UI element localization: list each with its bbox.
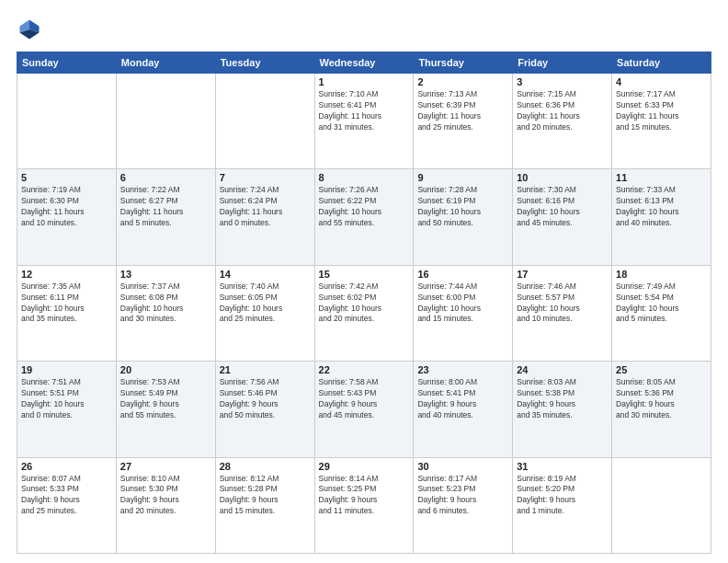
weekday-header: Sunday [17, 52, 117, 74]
day-info: Sunrise: 7:42 AMSunset: 6:02 PMDaylight:… [319, 282, 410, 326]
calendar-cell: 20Sunrise: 7:53 AMSunset: 5:49 PMDayligh… [116, 362, 215, 457]
day-info: Sunrise: 7:35 AMSunset: 6:11 PMDaylight:… [21, 282, 112, 326]
day-info: Sunrise: 8:07 AMSunset: 5:33 PMDaylight:… [21, 474, 112, 518]
calendar-cell: 17Sunrise: 7:46 AMSunset: 5:57 PMDayligh… [513, 265, 612, 361]
calendar-cell: 18Sunrise: 7:49 AMSunset: 5:54 PMDayligh… [612, 265, 711, 361]
day-info: Sunrise: 8:05 AMSunset: 5:36 PMDaylight:… [616, 377, 707, 421]
calendar-cell: 15Sunrise: 7:42 AMSunset: 6:02 PMDayligh… [314, 265, 414, 361]
calendar-cell: 10Sunrise: 7:30 AMSunset: 6:16 PMDayligh… [513, 169, 612, 265]
day-info: Sunrise: 8:14 AMSunset: 5:25 PMDaylight:… [319, 474, 410, 518]
calendar-cell: 8Sunrise: 7:26 AMSunset: 6:22 PMDaylight… [314, 169, 414, 265]
calendar-cell: 28Sunrise: 8:12 AMSunset: 5:28 PMDayligh… [215, 457, 314, 553]
calendar-week-row: 19Sunrise: 7:51 AMSunset: 5:51 PMDayligh… [17, 362, 711, 457]
calendar-cell: 3Sunrise: 7:15 AMSunset: 6:36 PMDaylight… [513, 74, 612, 169]
day-number: 7 [220, 172, 311, 183]
day-info: Sunrise: 7:49 AMSunset: 5:54 PMDaylight:… [616, 282, 707, 326]
calendar-cell: 24Sunrise: 8:03 AMSunset: 5:38 PMDayligh… [513, 362, 612, 457]
day-info: Sunrise: 7:33 AMSunset: 6:13 PMDaylight:… [616, 185, 707, 229]
day-info: Sunrise: 8:10 AMSunset: 5:30 PMDaylight:… [120, 474, 211, 518]
calendar-cell: 6Sunrise: 7:22 AMSunset: 6:27 PMDaylight… [116, 169, 215, 265]
day-number: 6 [120, 172, 211, 183]
calendar-cell: 29Sunrise: 8:14 AMSunset: 5:25 PMDayligh… [314, 457, 414, 553]
day-number: 31 [517, 461, 608, 472]
weekday-header: Tuesday [215, 52, 314, 74]
day-number: 15 [319, 269, 410, 280]
day-info: Sunrise: 7:24 AMSunset: 6:24 PMDaylight:… [220, 185, 311, 229]
day-number: 9 [417, 172, 508, 183]
day-info: Sunrise: 7:53 AMSunset: 5:49 PMDaylight:… [120, 377, 211, 421]
calendar-week-row: 26Sunrise: 8:07 AMSunset: 5:33 PMDayligh… [17, 457, 711, 553]
calendar-page: SundayMondayTuesdayWednesdayThursdayFrid… [0, 0, 728, 563]
day-info: Sunrise: 7:19 AMSunset: 6:30 PMDaylight:… [21, 185, 112, 229]
day-info: Sunrise: 7:22 AMSunset: 6:27 PMDaylight:… [120, 185, 211, 229]
calendar-week-row: 5Sunrise: 7:19 AMSunset: 6:30 PMDaylight… [17, 169, 711, 265]
day-info: Sunrise: 7:30 AMSunset: 6:16 PMDaylight:… [517, 185, 608, 229]
day-info: Sunrise: 7:17 AMSunset: 6:33 PMDaylight:… [616, 89, 707, 133]
calendar-cell: 12Sunrise: 7:35 AMSunset: 6:11 PMDayligh… [17, 265, 117, 361]
weekday-header: Thursday [414, 52, 513, 74]
header [17, 17, 711, 42]
day-info: Sunrise: 8:00 AMSunset: 5:41 PMDaylight:… [417, 377, 508, 421]
day-info: Sunrise: 7:56 AMSunset: 5:46 PMDaylight:… [220, 377, 311, 421]
logo [17, 17, 46, 42]
calendar-cell: 22Sunrise: 7:58 AMSunset: 5:43 PMDayligh… [314, 362, 414, 457]
day-number: 3 [517, 76, 608, 87]
day-info: Sunrise: 7:40 AMSunset: 6:05 PMDaylight:… [220, 282, 311, 326]
day-info: Sunrise: 7:51 AMSunset: 5:51 PMDaylight:… [21, 377, 112, 421]
day-number: 1 [319, 76, 410, 87]
day-number: 23 [417, 364, 508, 375]
day-number: 25 [616, 364, 707, 375]
calendar-table: SundayMondayTuesdayWednesdayThursdayFrid… [17, 52, 711, 554]
day-number: 27 [120, 461, 211, 472]
logo-icon [17, 17, 42, 42]
day-info: Sunrise: 7:26 AMSunset: 6:22 PMDaylight:… [319, 185, 410, 229]
day-number: 16 [417, 269, 508, 280]
weekday-header: Monday [116, 52, 215, 74]
day-number: 4 [616, 76, 707, 87]
day-info: Sunrise: 8:12 AMSunset: 5:28 PMDaylight:… [220, 474, 311, 518]
day-info: Sunrise: 7:28 AMSunset: 6:19 PMDaylight:… [417, 185, 508, 229]
calendar-cell: 4Sunrise: 7:17 AMSunset: 6:33 PMDaylight… [612, 74, 711, 169]
day-number: 19 [21, 364, 112, 375]
calendar-cell: 9Sunrise: 7:28 AMSunset: 6:19 PMDaylight… [414, 169, 513, 265]
day-number: 21 [220, 364, 311, 375]
day-number: 10 [517, 172, 608, 183]
day-number: 26 [21, 461, 112, 472]
calendar-week-row: 1Sunrise: 7:10 AMSunset: 6:41 PMDaylight… [17, 74, 711, 169]
day-number: 8 [319, 172, 410, 183]
calendar-cell: 27Sunrise: 8:10 AMSunset: 5:30 PMDayligh… [116, 457, 215, 553]
calendar-cell [612, 457, 711, 553]
day-info: Sunrise: 7:37 AMSunset: 6:08 PMDaylight:… [120, 282, 211, 326]
calendar-cell: 7Sunrise: 7:24 AMSunset: 6:24 PMDaylight… [215, 169, 314, 265]
calendar-cell: 5Sunrise: 7:19 AMSunset: 6:30 PMDaylight… [17, 169, 117, 265]
day-info: Sunrise: 7:58 AMSunset: 5:43 PMDaylight:… [319, 377, 410, 421]
day-number: 5 [21, 172, 112, 183]
weekday-header: Saturday [612, 52, 711, 74]
day-number: 13 [120, 269, 211, 280]
day-info: Sunrise: 8:03 AMSunset: 5:38 PMDaylight:… [517, 377, 608, 421]
calendar-cell [116, 74, 215, 169]
day-number: 20 [120, 364, 211, 375]
weekday-header: Friday [513, 52, 612, 74]
day-number: 29 [319, 461, 410, 472]
calendar-cell [17, 74, 117, 169]
calendar-cell: 23Sunrise: 8:00 AMSunset: 5:41 PMDayligh… [414, 362, 513, 457]
calendar-cell: 26Sunrise: 8:07 AMSunset: 5:33 PMDayligh… [17, 457, 117, 553]
calendar-cell: 21Sunrise: 7:56 AMSunset: 5:46 PMDayligh… [215, 362, 314, 457]
day-info: Sunrise: 7:13 AMSunset: 6:39 PMDaylight:… [417, 89, 508, 133]
calendar-cell: 13Sunrise: 7:37 AMSunset: 6:08 PMDayligh… [116, 265, 215, 361]
day-number: 24 [517, 364, 608, 375]
calendar-cell: 11Sunrise: 7:33 AMSunset: 6:13 PMDayligh… [612, 169, 711, 265]
day-number: 14 [220, 269, 311, 280]
weekday-header: Wednesday [314, 52, 414, 74]
day-number: 17 [517, 269, 608, 280]
calendar-cell: 30Sunrise: 8:17 AMSunset: 5:23 PMDayligh… [414, 457, 513, 553]
day-number: 12 [21, 269, 112, 280]
day-info: Sunrise: 7:15 AMSunset: 6:36 PMDaylight:… [517, 89, 608, 133]
day-info: Sunrise: 8:17 AMSunset: 5:23 PMDaylight:… [417, 474, 508, 518]
calendar-cell: 2Sunrise: 7:13 AMSunset: 6:39 PMDaylight… [414, 74, 513, 169]
day-number: 22 [319, 364, 410, 375]
day-number: 28 [220, 461, 311, 472]
day-number: 2 [417, 76, 508, 87]
calendar-cell: 19Sunrise: 7:51 AMSunset: 5:51 PMDayligh… [17, 362, 117, 457]
